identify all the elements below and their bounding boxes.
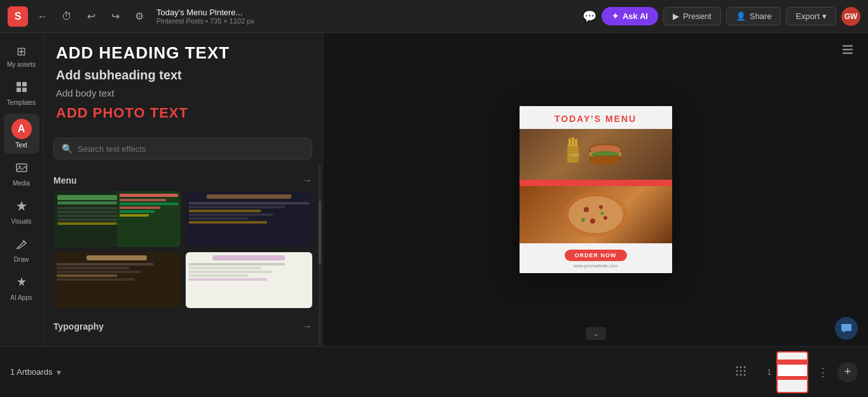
template-thumb-cursive[interactable] [186,252,313,308]
grid-dots-button[interactable] [735,365,747,379]
ai-apps-icon [15,276,28,292]
present-button[interactable]: ▶ Present [663,7,721,25]
topbar-title-area: Today's Menu Pintere... Pinterest Posts … [156,8,254,25]
sidebar-item-text[interactable]: A Text [4,114,39,154]
panel-scroll: Menu → [43,165,322,346]
sidebar-visuals-label: Visuals [11,218,31,225]
sidebar-item-templates[interactable]: Templates [4,76,39,111]
svg-point-5 [18,166,20,168]
svg-point-27 [590,219,595,224]
my-assets-icon: ⊞ [17,44,26,58]
template-thumb-indian[interactable] [186,191,313,247]
templates-icon [15,81,28,97]
add-photo-text[interactable]: ADD PHOTO TEXT [56,105,310,121]
sidebar-item-label: My assets [7,61,36,68]
svg-point-39 [740,373,742,375]
share-icon: 👤 [736,11,746,21]
settings-button[interactable]: ⚙ [130,7,149,26]
svg-point-22 [590,156,621,165]
visuals-icon [15,199,28,215]
sidebar-item-visuals[interactable]: Visuals [4,194,39,230]
canvas-area: TODAY'S MENU FRIES [323,33,868,346]
undo-button[interactable]: ↩ [81,7,100,26]
artboard-title: TODAY'S MENU [530,114,662,124]
svg-rect-1 [22,82,27,86]
add-heading-text[interactable]: ADD HEADING TEXT [56,43,310,63]
svg-point-37 [744,370,746,372]
thumbnail-inner [778,353,807,392]
template-thumb-fruits-veg[interactable] [53,191,181,247]
artboard-footer: ORDER NOW www.yourwebsite.com [520,243,672,273]
avatar[interactable]: GW [841,7,860,26]
svg-point-35 [736,370,738,372]
document-subtitle: Pinterest Posts • 735 × 1102 px [156,17,254,25]
share-button[interactable]: 👤 Share [726,7,782,25]
sidebar-templates-label: Templates [7,99,36,106]
bottom-thumb-area: 1 ⋮ + [767,351,858,393]
text-icon: A [11,119,32,139]
menu-template-grid [43,191,322,316]
export-chevron-icon: ▾ [822,11,827,21]
history-button[interactable]: ⏱ [57,7,76,26]
canvas-main: TODAY'S MENU FRIES [323,33,868,346]
add-page-icon: + [844,365,851,379]
avatar-initials: GW [844,12,858,21]
svg-rect-4 [17,164,27,172]
svg-rect-3 [22,88,27,92]
order-now-button[interactable]: ORDER NOW [565,250,627,261]
chat-icon[interactable]: 💬 [582,10,596,24]
artboards-chevron-button[interactable]: ▾ [57,367,61,377]
present-icon: ▶ [673,11,679,21]
bottom-bar: 1 Artboards ▾ 1 ⋮ + [0,346,868,397]
svg-marker-8 [17,277,26,286]
sidebar-item-ai-apps[interactable]: AI Apps [4,271,39,306]
sidebar-ai-apps-label: AI Apps [10,294,32,301]
menu-section-label: Menu [53,175,77,185]
thumbnail-more-button[interactable]: ⋮ [813,363,832,382]
search-input[interactable] [78,144,304,154]
search-icon: 🔍 [62,144,72,154]
export-button[interactable]: Export ▾ [786,7,836,25]
sidebar-item-draw[interactable]: Draw [4,232,39,268]
menu-section-arrow-button[interactable]: → [302,175,312,186]
svg-point-26 [599,205,603,209]
add-body-text[interactable]: Add body text [56,88,310,98]
sidebar-text-label: Text [15,142,27,149]
svg-rect-0 [17,82,21,86]
back-button[interactable]: ← [33,7,52,26]
bottom-right [735,365,747,379]
sidebar-media-label: Media [13,180,30,187]
svg-rect-2 [17,88,21,92]
sidebar-item-media[interactable]: Media [4,156,39,192]
typography-section-arrow-button[interactable]: → [302,321,312,332]
search-bar: 🔍 [53,138,312,159]
svg-point-29 [581,218,585,222]
document-title: Today's Menu Pintere... [156,8,254,17]
ask-ai-label: Ask AI [623,11,648,21]
main-area: ⊞ My assets Templates A Text Media Visua… [0,33,868,346]
artboard-top-image: FRIES [520,129,672,180]
ask-ai-button[interactable]: ✦ Ask AI [602,7,658,25]
canvas-expand-button[interactable]: ⌄ [586,327,606,340]
topbar: S ← ⏱ ↩ ↪ ⚙ Today's Menu Pintere... Pint… [0,0,868,33]
present-label: Present [683,11,712,21]
artboard-red-band [520,180,672,186]
draw-icon [15,238,28,253]
menu-section-header: Menu → [43,170,322,191]
sidebar-item-my-assets[interactable]: ⊞ My assets [4,39,39,73]
ask-ai-star-icon: ✦ [612,11,619,21]
svg-point-33 [740,366,742,368]
share-label: Share [750,11,772,21]
svg-point-25 [584,207,589,212]
template-thumb-coffee[interactable] [53,252,181,308]
page-thumbnail[interactable] [776,351,808,393]
chat-floating-button[interactable] [835,317,858,340]
redo-button[interactable]: ↪ [106,7,125,26]
svg-rect-13 [568,138,571,146]
text-panel: ADD HEADING TEXT Add subheading text Add… [43,33,323,346]
add-page-button[interactable]: + [837,362,858,382]
typography-section-label: Typography [53,321,104,332]
add-subheading-text[interactable]: Add subheading text [56,68,310,83]
svg-point-34 [744,366,746,368]
text-entries: ADD HEADING TEXT Add subheading text Add… [43,33,322,138]
